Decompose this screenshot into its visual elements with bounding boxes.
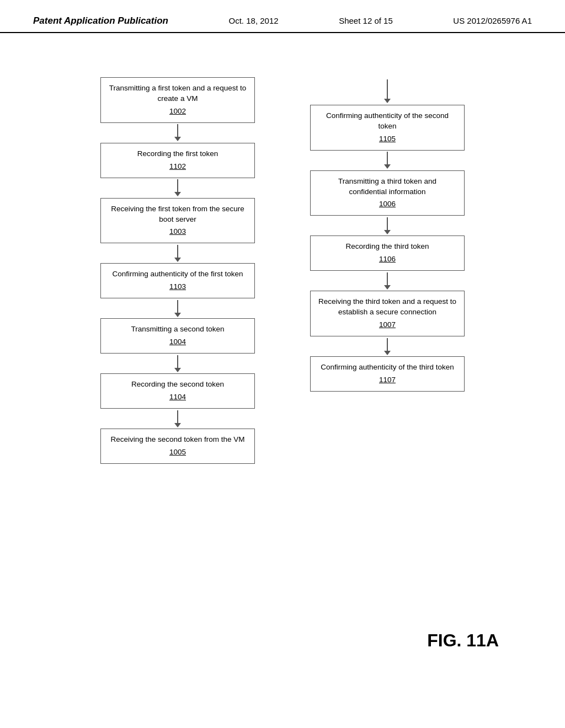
box-label: 1103	[169, 282, 186, 292]
right-box-1107: Confirming authenticity of the third tok…	[310, 356, 465, 392]
box-text: Receiving the second token from the VM	[110, 435, 244, 445]
header-publication-label: Patent Application Publication	[33, 15, 168, 26]
left-flow-column: Transmitting a first token and a request…	[89, 77, 266, 464]
box-text: Transmitting a third token and confident…	[318, 176, 456, 197]
header: Patent Application Publication Oct. 18, …	[0, 0, 565, 33]
left-arrow-2	[174, 243, 181, 263]
left-box-1002: Transmitting a first token and a request…	[100, 77, 255, 123]
box-text: Receiving the third token and a request …	[318, 297, 456, 318]
left-box-1005: Receiving the second token from the VM10…	[100, 429, 255, 464]
header-sheet-label: Sheet 12 of 15	[339, 16, 393, 25]
right-arrow-0	[384, 151, 391, 170]
right-box-1106: Recording the third token1106	[310, 235, 465, 271]
box-text: Recording the first token	[137, 149, 218, 159]
right-box-1006: Transmitting a third token and confident…	[310, 170, 465, 216]
box-label: 1005	[169, 447, 186, 458]
box-text: Confirming authenticity of the second to…	[318, 111, 456, 132]
left-arrow-4	[174, 354, 181, 373]
left-arrow-5	[174, 409, 181, 429]
left-box-1003: Receiving the first token from the secur…	[100, 198, 255, 244]
left-arrow-3	[174, 298, 181, 318]
box-text: Recording the third token	[346, 242, 429, 252]
box-label: 1007	[379, 320, 396, 330]
figure-label: FIG. 11A	[427, 630, 499, 651]
box-label: 1107	[379, 375, 396, 386]
right-flow-column: Confirming authenticity of the second to…	[299, 77, 476, 464]
left-box-1104: Recording the second token1104	[100, 373, 255, 409]
left-arrow-0	[174, 123, 181, 143]
box-label: 1006	[379, 199, 396, 210]
right-col-entry-arrow	[384, 77, 391, 105]
left-box-1103: Confirming authenticity of the first tok…	[100, 263, 255, 298]
header-date-label: Oct. 18, 2012	[229, 16, 279, 25]
right-arrow-3	[384, 336, 391, 356]
box-label: 1004	[169, 337, 186, 347]
box-label: 1102	[169, 162, 186, 172]
right-box-1105: Confirming authenticity of the second to…	[310, 105, 465, 151]
left-box-1004: Transmitting a second token1004	[100, 318, 255, 354]
box-label: 1104	[169, 392, 186, 403]
box-text: Receiving the first token from the secur…	[109, 204, 247, 225]
right-box-1007: Receiving the third token and a request …	[310, 291, 465, 336]
box-text: Transmitting a first token and a request…	[109, 83, 247, 104]
right-arrow-1	[384, 216, 391, 235]
box-text: Recording the second token	[131, 379, 224, 390]
left-box-1102: Recording the first token1102	[100, 143, 255, 178]
header-patent-number: US 2012/0265976 A1	[453, 16, 532, 25]
box-label: 1003	[169, 227, 186, 237]
page: Patent Application Publication Oct. 18, …	[0, 0, 565, 728]
box-label: 1106	[379, 254, 396, 265]
right-arrow-2	[384, 271, 391, 291]
box-text: Transmitting a second token	[131, 324, 224, 335]
box-text: Confirming authenticity of the first tok…	[112, 269, 243, 280]
box-label: 1002	[169, 106, 186, 117]
left-arrow-1	[174, 178, 181, 198]
box-label: 1105	[379, 134, 396, 144]
flowchart-content: Transmitting a first token and a request…	[0, 44, 565, 486]
box-text: Confirming authenticity of the third tok…	[321, 362, 454, 373]
